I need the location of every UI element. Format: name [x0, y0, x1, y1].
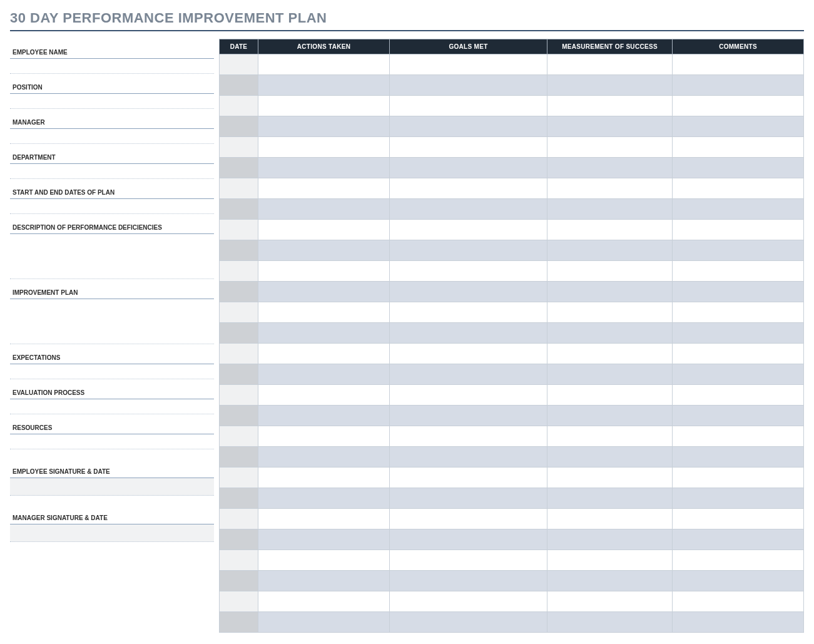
table-cell[interactable]	[673, 529, 804, 550]
table-cell[interactable]	[673, 323, 804, 344]
table-cell[interactable]	[390, 468, 547, 488]
table-cell[interactable]	[547, 612, 673, 633]
table-cell[interactable]	[258, 571, 390, 591]
table-cell[interactable]	[673, 612, 804, 633]
table-cell[interactable]	[220, 612, 258, 633]
table-cell[interactable]	[220, 488, 258, 509]
table-cell[interactable]	[547, 550, 673, 571]
table-cell[interactable]	[390, 116, 547, 137]
table-cell[interactable]	[673, 75, 804, 96]
table-cell[interactable]	[220, 571, 258, 591]
table-cell[interactable]	[390, 385, 547, 406]
table-cell[interactable]	[220, 509, 258, 529]
table-cell[interactable]	[258, 96, 390, 116]
field-input[interactable]	[10, 199, 214, 214]
table-cell[interactable]	[673, 137, 804, 158]
table-cell[interactable]	[258, 612, 390, 633]
table-cell[interactable]	[673, 406, 804, 426]
table-cell[interactable]	[220, 282, 258, 302]
table-cell[interactable]	[258, 54, 390, 75]
table-cell[interactable]	[220, 178, 258, 199]
field-input[interactable]	[10, 94, 214, 109]
table-cell[interactable]	[220, 344, 258, 364]
table-cell[interactable]	[390, 488, 547, 509]
table-cell[interactable]	[258, 75, 390, 96]
table-cell[interactable]	[673, 591, 804, 612]
table-cell[interactable]	[258, 509, 390, 529]
table-cell[interactable]	[390, 199, 547, 220]
table-cell[interactable]	[547, 96, 673, 116]
table-cell[interactable]	[258, 261, 390, 282]
field-input[interactable]	[10, 399, 214, 414]
table-cell[interactable]	[390, 178, 547, 199]
table-cell[interactable]	[220, 54, 258, 75]
table-cell[interactable]	[258, 591, 390, 612]
table-cell[interactable]	[547, 261, 673, 282]
table-cell[interactable]	[258, 385, 390, 406]
table-cell[interactable]	[547, 282, 673, 302]
table-cell[interactable]	[547, 591, 673, 612]
table-cell[interactable]	[390, 529, 547, 550]
table-cell[interactable]	[220, 96, 258, 116]
table-cell[interactable]	[390, 282, 547, 302]
table-cell[interactable]	[390, 550, 547, 571]
table-cell[interactable]	[673, 199, 804, 220]
table-cell[interactable]	[547, 447, 673, 468]
table-cell[interactable]	[258, 116, 390, 137]
table-cell[interactable]	[258, 323, 390, 344]
table-cell[interactable]	[390, 137, 547, 158]
field-input[interactable]	[10, 59, 214, 74]
table-cell[interactable]	[258, 178, 390, 199]
table-cell[interactable]	[673, 116, 804, 137]
table-cell[interactable]	[673, 447, 804, 468]
table-cell[interactable]	[547, 529, 673, 550]
signature-box[interactable]	[10, 478, 214, 496]
table-cell[interactable]	[673, 220, 804, 240]
field-input[interactable]	[10, 434, 214, 449]
table-cell[interactable]	[390, 406, 547, 426]
table-cell[interactable]	[220, 158, 258, 178]
table-cell[interactable]	[258, 158, 390, 178]
table-cell[interactable]	[547, 344, 673, 364]
table-cell[interactable]	[547, 323, 673, 344]
table-cell[interactable]	[673, 550, 804, 571]
table-cell[interactable]	[258, 468, 390, 488]
table-cell[interactable]	[673, 385, 804, 406]
table-cell[interactable]	[547, 158, 673, 178]
table-cell[interactable]	[547, 468, 673, 488]
table-cell[interactable]	[390, 323, 547, 344]
field-input[interactable]	[10, 129, 214, 144]
table-cell[interactable]	[220, 220, 258, 240]
table-cell[interactable]	[258, 199, 390, 220]
table-cell[interactable]	[258, 282, 390, 302]
table-cell[interactable]	[258, 240, 390, 261]
table-cell[interactable]	[220, 529, 258, 550]
table-cell[interactable]	[673, 571, 804, 591]
table-cell[interactable]	[673, 488, 804, 509]
table-cell[interactable]	[390, 426, 547, 447]
table-cell[interactable]	[390, 261, 547, 282]
table-cell[interactable]	[673, 364, 804, 385]
table-cell[interactable]	[220, 261, 258, 282]
table-cell[interactable]	[547, 178, 673, 199]
table-cell[interactable]	[673, 96, 804, 116]
table-cell[interactable]	[220, 323, 258, 344]
table-cell[interactable]	[220, 364, 258, 385]
field-textarea[interactable]	[10, 234, 214, 279]
table-cell[interactable]	[547, 571, 673, 591]
table-cell[interactable]	[220, 591, 258, 612]
table-cell[interactable]	[547, 385, 673, 406]
table-cell[interactable]	[258, 302, 390, 323]
table-cell[interactable]	[673, 261, 804, 282]
table-cell[interactable]	[220, 447, 258, 468]
table-cell[interactable]	[390, 302, 547, 323]
table-cell[interactable]	[547, 302, 673, 323]
table-cell[interactable]	[258, 344, 390, 364]
table-cell[interactable]	[258, 529, 390, 550]
table-cell[interactable]	[390, 591, 547, 612]
table-cell[interactable]	[390, 509, 547, 529]
table-cell[interactable]	[673, 344, 804, 364]
table-cell[interactable]	[390, 75, 547, 96]
table-cell[interactable]	[547, 199, 673, 220]
table-cell[interactable]	[220, 240, 258, 261]
